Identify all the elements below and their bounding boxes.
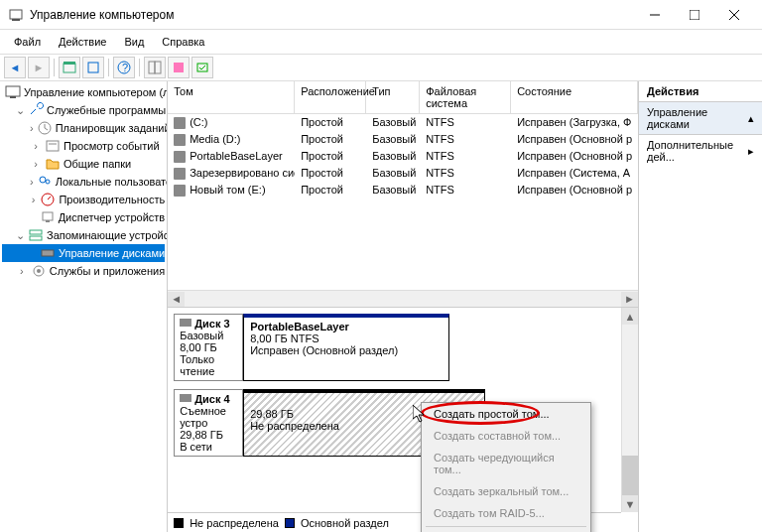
partition-info: 8,00 ГБ NTFS: [250, 332, 443, 344]
svg-rect-25: [46, 220, 50, 222]
tree-services[interactable]: ›Службы и приложения: [2, 262, 165, 280]
back-button[interactable]: ◄: [4, 57, 26, 78]
tree-diskmgmt[interactable]: Управление дисками: [2, 244, 165, 262]
legend-swatch-primary: [285, 518, 295, 528]
close-button[interactable]: [714, 1, 754, 29]
svg-rect-11: [149, 62, 155, 73]
ctx-create-striped-volume: Создать чередующийся том...: [422, 447, 590, 480]
tree-eventviewer[interactable]: ›Просмотр событий: [2, 137, 165, 155]
disk-header[interactable]: Диск 4 Съемное устро 29,88 ГБ В сети: [174, 389, 243, 457]
volume-icon: [174, 168, 186, 180]
disk-icon: [180, 318, 191, 330]
device-icon: [40, 209, 56, 225]
disk-name: Диск 4: [194, 393, 229, 405]
tree-root[interactable]: Управление компьютером (локальным): [2, 83, 165, 101]
ctx-create-simple-volume[interactable]: Создать простой том...: [422, 403, 590, 425]
minimize-button[interactable]: [635, 1, 675, 29]
svg-rect-15: [6, 86, 20, 96]
tree-label: Диспетчер устройств: [59, 211, 166, 223]
svg-rect-1: [12, 19, 20, 21]
svg-rect-12: [155, 62, 161, 73]
disk-name: Диск 3: [194, 318, 229, 330]
tree-utilities[interactable]: ⌄Служебные программы: [2, 101, 165, 119]
collapse-icon: ▴: [748, 112, 754, 125]
tools-icon: [28, 102, 44, 118]
tree-performance[interactable]: ›Производительность: [2, 191, 165, 208]
legend-swatch-unalloc: [174, 518, 184, 528]
scroll-left-icon[interactable]: ◄: [168, 292, 185, 307]
svg-rect-24: [43, 212, 53, 220]
users-icon: [37, 174, 53, 190]
volume-hscrollbar[interactable]: ◄►: [168, 290, 638, 307]
ctx-create-mirror-volume: Создать зеркальный том...: [422, 480, 590, 502]
volume-icon: [174, 151, 186, 163]
disk-online: В сети: [180, 441, 237, 453]
window-title: Управление компьютером: [30, 8, 635, 22]
app-icon: [8, 7, 24, 23]
tree-users[interactable]: ›Локальные пользователи и группы: [2, 173, 165, 191]
svg-rect-26: [30, 230, 42, 234]
col-volume[interactable]: Том: [168, 81, 295, 113]
actions-more[interactable]: Дополнительные дей...▸: [639, 135, 762, 167]
disk-partition[interactable]: PortableBaseLayer 8,00 ГБ NTFS Исправен …: [243, 314, 449, 381]
chevron-right-icon: ▸: [748, 145, 754, 158]
toolbar-btn-1[interactable]: [59, 57, 80, 78]
menu-action[interactable]: Действие: [51, 34, 114, 50]
actions-category[interactable]: Управление дисками▴: [639, 102, 762, 135]
menu-file[interactable]: Файл: [6, 34, 49, 50]
scroll-right-icon[interactable]: ►: [621, 292, 638, 307]
toolbar-btn-2[interactable]: [82, 57, 104, 78]
tree-label: Управление дисками: [59, 247, 165, 259]
services-icon: [31, 263, 47, 279]
forward-button[interactable]: ►: [28, 57, 50, 78]
volume-row[interactable]: (C:)ПростойБазовыйNTFSИсправен (Загрузка…: [168, 114, 638, 131]
disk-size: 8,00 ГБ: [180, 341, 237, 353]
col-fs[interactable]: Файловая система: [420, 81, 511, 113]
menu-view[interactable]: Вид: [116, 34, 152, 50]
volume-row[interactable]: PortableBaseLayerПростойБазовыйNTFSИспра…: [168, 148, 638, 165]
svg-rect-16: [10, 96, 16, 98]
disk-vscrollbar[interactable]: ▲▼: [621, 308, 638, 512]
actions-more-label: Дополнительные дей...: [647, 139, 748, 163]
actions-header: Действия: [639, 81, 762, 102]
volume-row[interactable]: Media (D:)ПростойБазовыйNTFSИсправен (Ос…: [168, 131, 638, 148]
ctx-create-spanned-volume: Создать составной том...: [422, 425, 590, 447]
disk-type: Базовый: [180, 330, 237, 341]
volume-icon: [174, 134, 186, 146]
tree-scheduler[interactable]: ›Планировщик заданий: [2, 119, 165, 137]
col-type[interactable]: Тип: [366, 81, 420, 113]
col-status[interactable]: Состояние: [511, 81, 638, 113]
svg-point-21: [46, 180, 50, 184]
maximize-button[interactable]: [675, 1, 714, 29]
volume-list: Том Расположение Тип Файловая система Со…: [168, 81, 638, 290]
actions-category-label: Управление дисками: [647, 106, 748, 130]
help-button[interactable]: ?: [113, 57, 135, 78]
scroll-up-icon[interactable]: ▲: [622, 308, 638, 325]
col-layout[interactable]: Расположение: [295, 81, 366, 113]
tree-devmgr[interactable]: Диспетчер устройств: [2, 208, 165, 226]
computer-icon: [5, 84, 21, 100]
svg-rect-18: [47, 141, 59, 151]
scroll-down-icon[interactable]: ▼: [622, 495, 638, 512]
tree-storage[interactable]: ⌄Запоминающие устройства: [2, 226, 165, 244]
svg-rect-8: [88, 63, 98, 72]
actions-panel: Действия Управление дисками▴ Дополнитель…: [639, 81, 762, 532]
svg-rect-13: [174, 63, 184, 72]
disk-header[interactable]: Диск 3 Базовый 8,00 ГБ Только чтение: [174, 314, 243, 381]
menu-help[interactable]: Справка: [154, 34, 212, 50]
tree-shared[interactable]: ›Общие папки: [2, 155, 165, 173]
volume-row[interactable]: Зарезервировано системойПростойБазовыйNT…: [168, 165, 638, 182]
volume-row[interactable]: Новый том (E:)ПростойБазовыйNTFSИсправен…: [168, 182, 638, 199]
toolbar-btn-5[interactable]: [191, 57, 213, 78]
svg-point-20: [40, 177, 46, 183]
toolbar-btn-3[interactable]: [144, 57, 166, 78]
clock-icon: [37, 120, 53, 136]
svg-rect-27: [30, 236, 42, 240]
svg-rect-3: [690, 10, 699, 20]
partition-status: Исправен (Основной раздел): [250, 344, 443, 356]
volume-list-header: Том Расположение Тип Файловая система Со…: [168, 81, 638, 114]
svg-rect-31: [180, 319, 191, 327]
toolbar-btn-4[interactable]: [168, 57, 190, 78]
disk-icon: [180, 393, 191, 405]
tree-label: Служебные программы: [47, 104, 166, 116]
